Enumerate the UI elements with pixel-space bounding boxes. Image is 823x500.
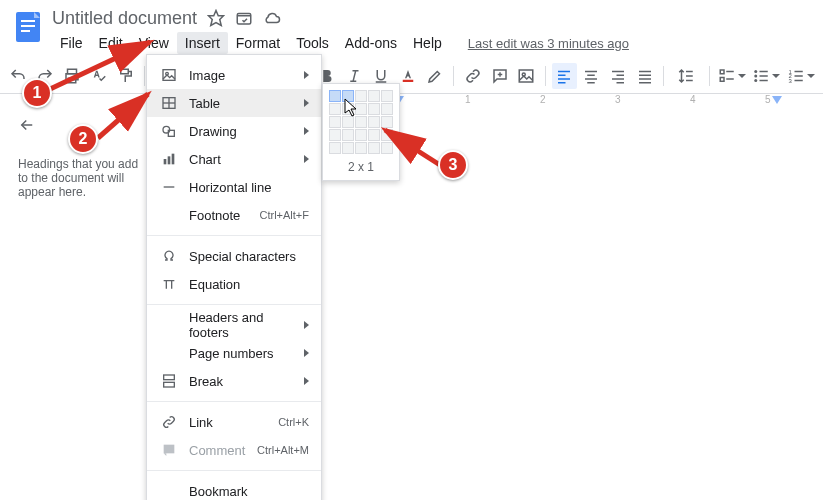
move-icon[interactable] [235, 9, 253, 27]
table-cell[interactable] [381, 103, 393, 115]
table-cell[interactable] [342, 90, 354, 102]
menu-insert[interactable]: Insert [177, 32, 228, 54]
table-cell[interactable] [342, 103, 354, 115]
table-cell[interactable] [329, 129, 341, 141]
menu-item-horizontal-line[interactable]: Horizontal line [147, 173, 321, 201]
menu-item-label: Comment [189, 443, 257, 458]
menu-item-link[interactable]: Link Ctrl+K [147, 408, 321, 436]
table-cell[interactable] [355, 103, 367, 115]
table-cell[interactable] [368, 142, 380, 154]
table-cell[interactable] [355, 142, 367, 154]
table-cell[interactable] [342, 116, 354, 128]
menu-item-table[interactable]: Table [147, 89, 321, 117]
svg-rect-2 [21, 25, 35, 27]
svg-point-41 [754, 74, 757, 77]
menu-edit[interactable]: Edit [91, 32, 131, 54]
align-center-button[interactable] [579, 63, 604, 89]
table-picker-grid[interactable] [329, 90, 393, 154]
bulleted-list-button[interactable] [750, 63, 782, 89]
menu-item-special-characters[interactable]: Special characters [147, 242, 321, 270]
svg-rect-35 [720, 70, 724, 74]
star-icon[interactable] [207, 9, 225, 27]
menu-item-footnote[interactable]: Footnote Ctrl+Alt+F [147, 201, 321, 229]
insert-link-button[interactable] [460, 63, 485, 89]
menu-item-shortcut: Ctrl+Alt+M [257, 444, 309, 456]
submenu-arrow-icon [304, 99, 309, 107]
table-cell[interactable] [329, 90, 341, 102]
table-cell[interactable] [381, 90, 393, 102]
svg-rect-11 [403, 79, 414, 81]
table-cell[interactable] [355, 129, 367, 141]
submenu-arrow-icon [304, 127, 309, 135]
menu-item-equation[interactable]: Equation [147, 270, 321, 298]
align-left-button[interactable] [552, 63, 577, 89]
menu-item-bookmark[interactable]: Bookmark [147, 477, 321, 500]
menu-item-break[interactable]: Break [147, 367, 321, 395]
table-cell[interactable] [342, 142, 354, 154]
break-icon [159, 373, 179, 389]
menu-format[interactable]: Format [228, 32, 288, 54]
spellcheck-button[interactable] [87, 63, 112, 89]
svg-rect-61 [168, 156, 171, 164]
menu-item-label: Bookmark [189, 484, 309, 499]
drawing-icon [159, 123, 179, 139]
menu-item-chart[interactable]: Chart [147, 145, 321, 173]
menu-item-label: Headers and footers [189, 310, 298, 340]
menu-item-comment: Comment Ctrl+Alt+M [147, 436, 321, 464]
outline-empty-text: Headings that you add to the document wi… [18, 157, 140, 199]
docs-logo-icon[interactable] [10, 8, 46, 44]
print-button[interactable] [60, 63, 85, 89]
table-cell[interactable] [355, 116, 367, 128]
menu-addons[interactable]: Add-ons [337, 32, 405, 54]
checklist-button[interactable] [715, 63, 747, 89]
svg-text:3: 3 [788, 77, 792, 83]
submenu-arrow-icon [304, 377, 309, 385]
line-spacing-button[interactable] [670, 63, 702, 89]
paint-format-button[interactable] [113, 63, 138, 89]
image-icon [159, 67, 179, 83]
menu-item-image[interactable]: Image [147, 61, 321, 89]
svg-rect-53 [163, 70, 175, 81]
submenu-arrow-icon [304, 71, 309, 79]
table-cell[interactable] [381, 142, 393, 154]
table-cell[interactable] [355, 90, 367, 102]
highlight-button[interactable] [422, 63, 447, 89]
menu-help[interactable]: Help [405, 32, 450, 54]
table-cell[interactable] [342, 129, 354, 141]
table-cell[interactable] [381, 116, 393, 128]
table-cell[interactable] [329, 116, 341, 128]
table-cell[interactable] [368, 103, 380, 115]
numbered-list-button[interactable]: 123 [784, 63, 816, 89]
table-cell[interactable] [329, 142, 341, 154]
annotation-badge-1: 1 [22, 78, 52, 108]
menu-item-label: Drawing [189, 124, 298, 139]
menu-view[interactable]: View [131, 32, 177, 54]
horizontal-line-icon [159, 179, 179, 195]
table-size-picker[interactable]: 2 x 1 [322, 83, 400, 181]
pi-icon [159, 276, 179, 292]
menu-tools[interactable]: Tools [288, 32, 337, 54]
insert-comment-button[interactable] [487, 63, 512, 89]
menu-item-page-numbers[interactable]: Page numbers [147, 339, 321, 367]
submenu-arrow-icon [304, 155, 309, 163]
menu-file[interactable]: File [52, 32, 91, 54]
svg-rect-65 [164, 382, 175, 387]
table-cell[interactable] [381, 129, 393, 141]
menu-item-drawing[interactable]: Drawing [147, 117, 321, 145]
menu-separator [147, 235, 321, 236]
menu-item-headers-footers[interactable]: Headers and footers [147, 311, 321, 339]
table-cell[interactable] [368, 116, 380, 128]
table-cell[interactable] [368, 129, 380, 141]
cloud-status-icon[interactable] [263, 9, 281, 27]
svg-rect-60 [164, 159, 167, 164]
insert-image-button[interactable] [514, 63, 539, 89]
last-edit-link[interactable]: Last edit was 3 minutes ago [468, 36, 629, 51]
align-right-button[interactable] [605, 63, 630, 89]
comment-add-icon [159, 442, 179, 458]
document-title[interactable]: Untitled document [52, 8, 197, 29]
ruler-right-indent-icon[interactable] [772, 96, 782, 106]
table-cell[interactable] [368, 90, 380, 102]
align-justify-button[interactable] [632, 63, 657, 89]
svg-marker-4 [209, 11, 224, 26]
table-cell[interactable] [329, 103, 341, 115]
